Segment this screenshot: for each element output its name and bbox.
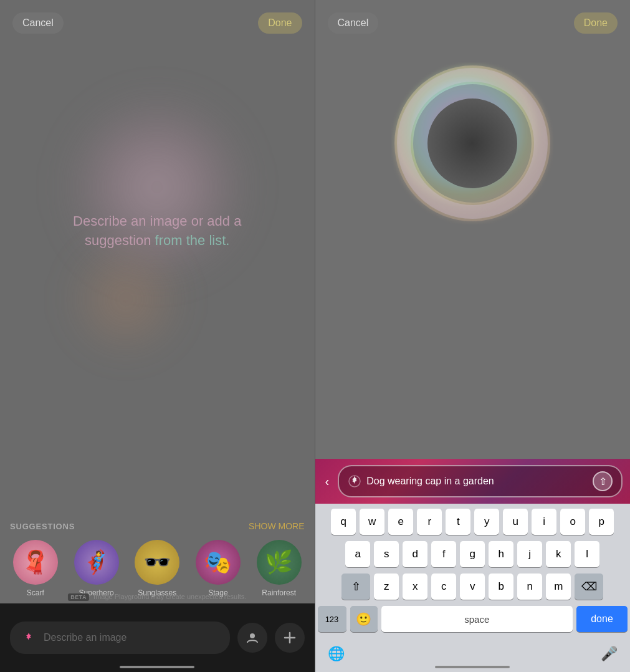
key-v[interactable]: v <box>460 574 485 600</box>
done-key[interactable]: done <box>576 606 628 632</box>
beta-badge: BETA <box>68 593 89 601</box>
key-z[interactable]: z <box>374 574 399 600</box>
keyboard-section: ‹ Dog wearing cap in a garden ⇧ q w e r … <box>315 459 631 672</box>
key-q[interactable]: q <box>331 509 356 535</box>
key-x[interactable]: x <box>403 574 427 600</box>
add-icon <box>283 631 297 645</box>
keyboard-row-2: a s d f g h j k l <box>318 541 628 567</box>
key-a[interactable]: a <box>345 541 370 567</box>
key-u[interactable]: u <box>503 509 528 535</box>
key-p[interactable]: p <box>589 509 614 535</box>
mic-icon[interactable]: 🎤 <box>601 646 618 662</box>
home-indicator-left <box>120 666 194 668</box>
key-b[interactable]: b <box>489 574 513 600</box>
key-e[interactable]: e <box>388 509 413 535</box>
right-header: Cancel Done <box>315 0 631 46</box>
input-value: Dog wearing cap in a garden <box>366 476 588 487</box>
suggestion-rainforest[interactable]: 🌿 Rainforest <box>254 540 305 597</box>
bottom-bar-left: Describe an image <box>0 603 315 672</box>
emoji-key[interactable]: 🙂 <box>350 606 378 632</box>
keyboard-row-3: ⇧ z x c v b n m ⌫ <box>318 574 628 600</box>
shift-key[interactable]: ⇧ <box>341 574 370 600</box>
suggestion-icon-superhero: 🦸 <box>74 540 119 585</box>
key-c[interactable]: c <box>431 574 456 600</box>
submit-button[interactable]: ⇧ <box>593 471 613 491</box>
done-button-left[interactable]: Done <box>258 12 302 34</box>
person-icon-btn[interactable] <box>237 623 267 653</box>
suggestion-label-rainforest: Rainforest <box>262 588 296 597</box>
suggestions-label: SUGGESTIONS <box>10 522 75 531</box>
describe-placeholder: Describe an image <box>44 632 126 643</box>
key-j[interactable]: j <box>517 541 542 567</box>
person-icon <box>246 631 259 645</box>
key-n[interactable]: n <box>517 574 542 600</box>
image-playground-icon <box>20 629 37 646</box>
key-f[interactable]: f <box>431 541 456 567</box>
input-playground-icon <box>348 474 361 488</box>
prompt-text: Describe an image or add a suggestion fr… <box>57 212 257 251</box>
home-indicator-right <box>435 666 510 668</box>
show-more-button[interactable]: SHOW MORE <box>249 521 304 531</box>
prompt-line1: Describe an image or add a <box>73 213 241 229</box>
suggestion-stage[interactable]: 🎭 Stage <box>193 540 244 597</box>
key-k[interactable]: k <box>546 541 571 567</box>
key-h[interactable]: h <box>489 541 513 567</box>
describe-input-container[interactable]: Describe an image <box>10 622 230 654</box>
key-m[interactable]: m <box>546 574 571 600</box>
prompt-line2: suggestion <box>85 233 155 248</box>
right-panel: Cancel Done <box>315 0 631 672</box>
back-button[interactable]: ‹ <box>323 472 332 491</box>
svg-point-1 <box>250 633 255 638</box>
beta-notice: BETA Image Playground may create unexpec… <box>68 593 246 600</box>
input-field-wrap[interactable]: Dog wearing cap in a garden ⇧ <box>338 465 623 497</box>
num-key[interactable]: 123 <box>318 606 346 632</box>
suggestion-superhero[interactable]: 🦸 Superhero <box>71 540 122 597</box>
key-d[interactable]: d <box>403 541 427 567</box>
key-g[interactable]: g <box>460 541 485 567</box>
prompt-line3: from the list. <box>155 233 230 248</box>
cancel-button-right[interactable]: Cancel <box>328 12 379 34</box>
suggestion-sunglasses[interactable]: 🕶️ Sunglasses <box>131 540 183 597</box>
cancel-button-left[interactable]: Cancel <box>12 12 64 34</box>
key-y[interactable]: y <box>474 509 499 535</box>
add-icon-btn[interactable] <box>275 623 305 653</box>
input-bar: ‹ Dog wearing cap in a garden ⇧ <box>315 459 631 504</box>
bg-glow-1 <box>64 94 251 281</box>
key-i[interactable]: i <box>532 509 556 535</box>
suggestion-scarf[interactable]: 🧣 Scarf <box>10 540 61 597</box>
key-t[interactable]: t <box>446 509 470 535</box>
rainbow-orb <box>391 62 553 224</box>
delete-key[interactable]: ⌫ <box>575 574 603 600</box>
suggestions-header: SUGGESTIONS SHOW MORE <box>10 521 305 531</box>
suggestions-section: SUGGESTIONS SHOW MORE 🧣 Scarf 🦸 Superher… <box>0 521 315 597</box>
key-r[interactable]: r <box>417 509 442 535</box>
space-key[interactable]: space <box>381 606 573 632</box>
key-l[interactable]: l <box>575 541 599 567</box>
beta-text: Image Playground may create unexpected r… <box>93 593 246 600</box>
key-w[interactable]: w <box>360 509 384 535</box>
keyboard-row-1: q w e r t y u i o p <box>318 509 628 535</box>
suggestion-icon-scarf: 🧣 <box>13 540 58 585</box>
left-header: Cancel Done <box>0 0 315 46</box>
suggestion-icon-sunglasses: 🕶️ <box>135 540 179 585</box>
suggestion-icon-rainforest: 🌿 <box>257 540 302 585</box>
svg-point-7 <box>427 98 517 188</box>
key-o[interactable]: o <box>560 509 585 535</box>
keyboard-row-4: 123 🙂 space done <box>318 606 628 632</box>
keyboard-rows: q w e r t y u i o p a s d f g h j k <box>315 504 631 641</box>
key-s[interactable]: s <box>374 541 399 567</box>
bg-glow-2 <box>64 237 188 362</box>
suggestion-label-scarf: Scarf <box>27 588 44 597</box>
left-panel: Cancel Done Describe an image or add a s… <box>0 0 315 672</box>
suggestions-row: 🧣 Scarf 🦸 Superhero 🕶️ Sunglasses 🎭 Stag… <box>10 540 305 597</box>
globe-icon[interactable]: 🌐 <box>328 646 345 662</box>
done-button-right[interactable]: Done <box>574 12 618 34</box>
suggestion-icon-stage: 🎭 <box>196 540 241 585</box>
